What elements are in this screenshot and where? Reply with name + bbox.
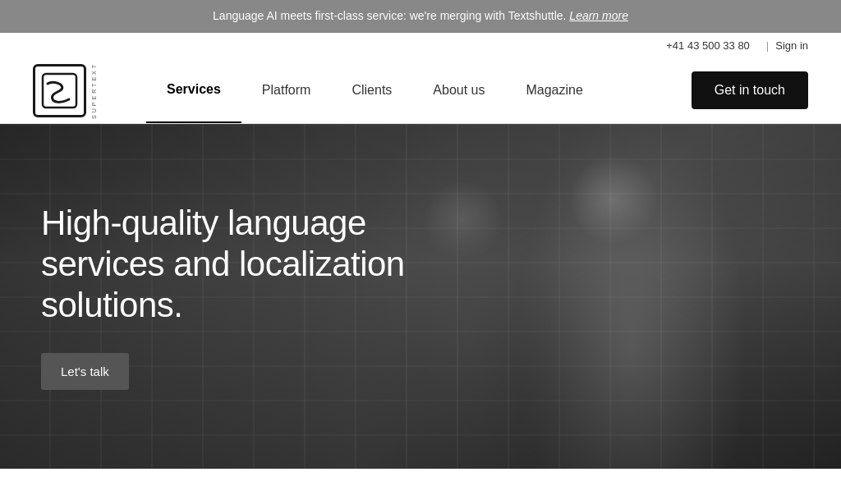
utility-bar: +41 43 500 33 80 | Sign in [0,33,841,58]
main-nav: Services Platform Clients About us Magaz… [146,57,808,123]
nav-item-platform[interactable]: Platform [241,57,332,123]
logo-box [33,64,86,117]
hero-section: High-quality language services and local… [0,124,841,469]
phone-number: +41 43 500 33 80 [666,39,750,52]
lets-talk-button[interactable]: Let's talk [41,353,129,390]
hero-headline: High-quality language services and local… [41,203,468,327]
announcement-link[interactable]: Learn more [569,9,628,22]
nav-item-services[interactable]: Services [146,57,241,123]
main-header: SUPERTEXT Services Platform Clients Abou… [0,58,841,124]
nav-item-magazine[interactable]: Magazine [505,57,603,123]
announcement-banner: Language AI meets first-class service: w… [0,0,841,33]
hero-content: High-quality language services and local… [0,203,509,390]
logo-icon [41,72,78,109]
logo-link[interactable]: SUPERTEXT [33,62,97,119]
utility-divider: | [766,39,769,52]
nav-item-about[interactable]: About us [412,57,505,123]
logo-tagline: SUPERTEXT [91,62,97,119]
nav-item-clients[interactable]: Clients [331,57,412,123]
sign-in-link[interactable]: Sign in [775,39,808,52]
announcement-text: Language AI meets first-class service: w… [213,9,566,22]
get-in-touch-button[interactable]: Get in touch [692,71,808,109]
